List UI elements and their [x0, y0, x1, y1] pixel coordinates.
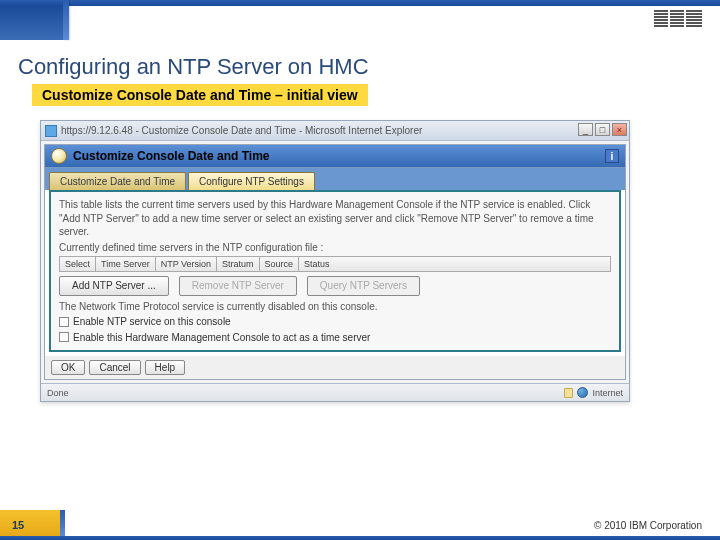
add-ntp-server-button[interactable]: Add NTP Server ...	[59, 276, 169, 296]
tab-customize-datetime[interactable]: Customize Date and Time	[49, 172, 186, 190]
svg-rect-3	[654, 19, 668, 21]
clock-icon	[51, 148, 67, 164]
slide-title: Configuring an NTP Server on HMC	[18, 54, 369, 80]
svg-rect-6	[670, 10, 684, 12]
slide-subtitle: Customize Console Date and Time – initia…	[32, 84, 368, 106]
slide: Configuring an NTP Server on HMC Customi…	[0, 0, 720, 540]
col-server: Time Server	[96, 257, 156, 271]
maximize-button[interactable]: □	[595, 123, 610, 136]
browser-window: https://9.12.6.48 - Customize Console Da…	[40, 120, 630, 402]
tab-body: This table lists the current time server…	[49, 190, 621, 352]
svg-rect-7	[670, 13, 684, 15]
enable-ntp-checkbox[interactable]	[59, 317, 69, 327]
ibm-logo	[654, 10, 702, 29]
svg-rect-8	[670, 16, 684, 18]
svg-rect-5	[654, 25, 668, 27]
ie-icon	[45, 125, 57, 137]
col-select: Select	[60, 257, 96, 271]
svg-rect-2	[654, 16, 668, 18]
copyright: © 2010 IBM Corporation	[594, 520, 702, 531]
footer-accent-divider	[60, 510, 65, 536]
slide-subtitle-wrap: Customize Console Date and Time – initia…	[32, 84, 368, 106]
col-status: Status	[299, 257, 335, 271]
svg-rect-11	[670, 25, 684, 27]
svg-rect-9	[670, 19, 684, 21]
enable-ntp-label: Enable NTP service on this console	[73, 315, 231, 329]
col-source: Source	[260, 257, 300, 271]
globe-icon	[577, 387, 588, 398]
window-title-text: https://9.12.6.48 - Customize Console Da…	[61, 125, 422, 136]
svg-rect-1	[654, 13, 668, 15]
lock-icon	[564, 388, 573, 398]
svg-rect-16	[686, 22, 702, 24]
tab-configure-ntp[interactable]: Configure NTP Settings	[188, 172, 315, 190]
ok-button[interactable]: OK	[51, 360, 85, 375]
query-ntp-servers-button[interactable]: Query NTP Servers	[307, 276, 420, 296]
svg-rect-10	[670, 22, 684, 24]
svg-rect-14	[686, 16, 702, 18]
checkbox-row-2: Enable this Hardware Management Console …	[59, 331, 611, 345]
svg-rect-17	[686, 25, 702, 27]
tab-strip: Customize Date and Time Configure NTP Se…	[45, 168, 625, 190]
svg-rect-0	[654, 10, 668, 12]
button-row: Add NTP Server ... Remove NTP Server Que…	[59, 276, 611, 296]
status-left: Done	[47, 388, 69, 398]
top-blue-bar	[0, 0, 720, 6]
close-button[interactable]: ×	[612, 123, 627, 136]
status-zone: Internet	[592, 388, 623, 398]
panel-heading: Customize Console Date and Time i	[45, 145, 625, 168]
panel-heading-text: Customize Console Date and Time	[73, 149, 269, 163]
remove-ntp-server-button[interactable]: Remove NTP Server	[179, 276, 297, 296]
window-controls: _ □ ×	[578, 123, 627, 136]
top-accent-divider	[63, 0, 69, 40]
page-number: 15	[12, 519, 24, 531]
cancel-button[interactable]: Cancel	[89, 360, 140, 375]
svg-rect-15	[686, 19, 702, 21]
intro-text: This table lists the current time server…	[59, 198, 611, 239]
svg-rect-12	[686, 10, 702, 12]
subhead-text: Currently defined time servers in the NT…	[59, 241, 611, 255]
footer-gold-block	[0, 510, 60, 536]
enable-timeserver-checkbox[interactable]	[59, 332, 69, 342]
footer-blue-bar	[0, 536, 720, 540]
svg-rect-4	[654, 22, 668, 24]
help-button[interactable]: Help	[145, 360, 186, 375]
minimize-button[interactable]: _	[578, 123, 593, 136]
col-version: NTP Version	[156, 257, 217, 271]
status-bar: Done Internet	[41, 383, 629, 401]
svg-rect-13	[686, 13, 702, 15]
panel: Customize Console Date and Time i Custom…	[44, 144, 626, 380]
window-titlebar: https://9.12.6.48 - Customize Console Da…	[41, 121, 629, 141]
enable-timeserver-label: Enable this Hardware Management Console …	[73, 331, 370, 345]
top-left-blue-block	[0, 6, 63, 40]
table-header: Select Time Server NTP Version Stratum S…	[59, 256, 611, 272]
col-stratum: Stratum	[217, 257, 260, 271]
info-icon[interactable]: i	[605, 149, 619, 163]
dialog-buttons: OK Cancel Help	[45, 356, 625, 379]
checkbox-row-1: Enable NTP service on this console	[59, 315, 611, 329]
disabled-message: The Network Time Protocol service is cur…	[59, 300, 611, 314]
